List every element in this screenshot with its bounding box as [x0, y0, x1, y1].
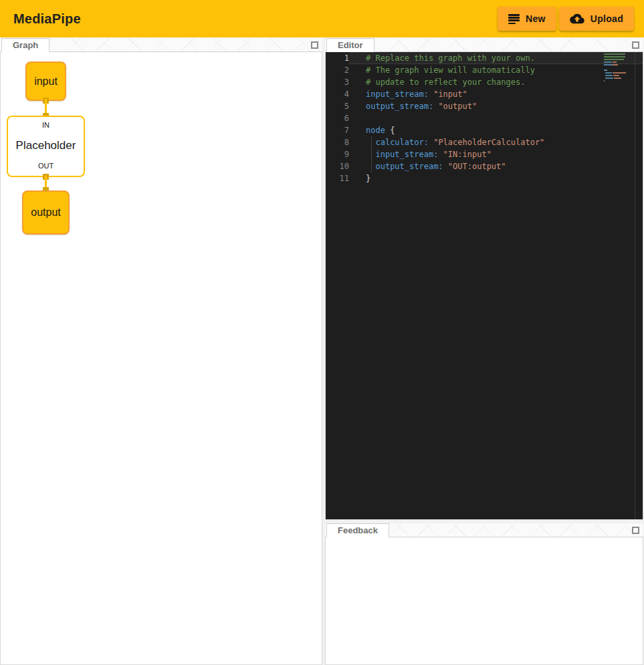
input-node-label: input: [34, 76, 58, 88]
graph-panel: Graph input IN Placeholder OUT output: [0, 38, 322, 665]
editor-overview-ruler: [635, 52, 635, 519]
placeholder-out-port-label: OUT: [38, 162, 53, 170]
tab-editor-label: Editor: [338, 40, 363, 50]
feedback-body: [326, 537, 643, 664]
upload-button-label: Upload: [591, 13, 623, 24]
new-button[interactable]: New: [498, 7, 556, 31]
code-line: 3# update to reflect your changes.: [326, 76, 643, 88]
editor-minimap[interactable]: [604, 53, 632, 83]
graph-canvas: input IN Placeholder OUT output: [1, 52, 322, 664]
upload-button[interactable]: Upload: [559, 7, 634, 31]
maximize-icon[interactable]: [632, 527, 639, 534]
graph-panel-header: Graph: [0, 38, 322, 52]
tab-feedback-label: Feedback: [338, 525, 378, 535]
code-line: 7node {: [326, 124, 643, 136]
editor-panel: Editor 1# Replace this graph with your o…: [325, 38, 643, 520]
cloud-upload-icon: [570, 13, 584, 25]
code-line: 10 output_stream: "OUT:output": [326, 160, 643, 172]
code-line: 5output_stream: "output": [326, 100, 643, 112]
placeholder-node-label: Placeholder: [16, 139, 76, 152]
tab-editor[interactable]: Editor: [326, 38, 374, 52]
code-line: 4input_stream: "input": [326, 88, 643, 100]
feedback-panel: Feedback: [325, 523, 643, 665]
graph-node-output-stream[interactable]: output: [22, 190, 70, 235]
maximize-icon[interactable]: [311, 41, 318, 49]
code-line: 9 input_stream: "IN:input": [326, 148, 643, 160]
app-header: MediaPipe New Upload: [0, 0, 644, 37]
code-line: 11}: [326, 172, 643, 184]
feedback-panel-content: [325, 537, 643, 665]
header-actions: New Upload: [498, 7, 634, 31]
maximize-icon[interactable]: [632, 41, 639, 49]
code-line: 2# The graph view will automatically: [326, 64, 643, 76]
graph-panel-content: input IN Placeholder OUT output: [0, 52, 322, 665]
tab-graph-label: Graph: [13, 40, 38, 50]
feedback-panel-header: Feedback: [325, 523, 643, 537]
graph-node-input-stream[interactable]: input: [25, 61, 66, 101]
code-lines: 1# Replace this graph with your own.2# T…: [326, 52, 643, 184]
code-editor[interactable]: 1# Replace this graph with your own.2# T…: [326, 52, 643, 519]
new-button-label: New: [526, 13, 546, 24]
editor-panel-header: Editor: [325, 38, 643, 52]
editor-panel-content: 1# Replace this graph with your own.2# T…: [325, 52, 643, 520]
code-line: 1# Replace this graph with your own.: [326, 52, 643, 64]
code-line: 8 calculator: "PlaceholderCalculator": [326, 136, 643, 148]
placeholder-in-port-label: IN: [42, 121, 49, 129]
tab-graph[interactable]: Graph: [1, 38, 49, 52]
code-line: 6: [326, 112, 643, 124]
graph-node-placeholder-calculator[interactable]: IN Placeholder OUT: [7, 116, 85, 177]
app-title: MediaPipe: [13, 11, 81, 27]
output-node-label: output: [31, 207, 60, 219]
new-document-lines-icon: [508, 14, 520, 23]
tab-feedback[interactable]: Feedback: [326, 523, 389, 537]
